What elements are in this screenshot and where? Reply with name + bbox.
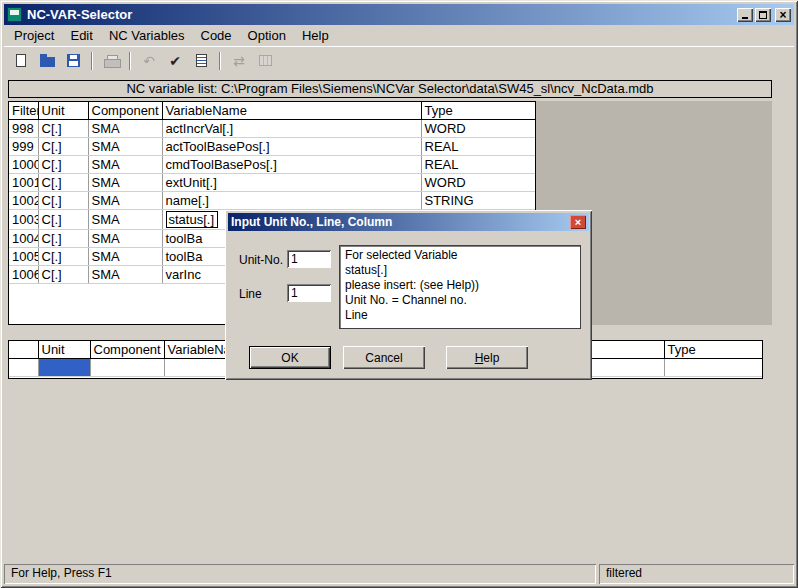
menu-nc-variables[interactable]: NC Variables — [101, 26, 193, 45]
maximize-button[interactable] — [755, 8, 771, 22]
status-bar: For Help, Press F1 filtered — [4, 564, 794, 584]
transfer-icon: ⇄ — [233, 54, 245, 68]
dialog-titlebar: Input Unit No., Line, Column × — [228, 213, 589, 231]
col-type: Type — [421, 102, 535, 120]
cell-variablename[interactable]: actToolBasePos[.] — [162, 138, 421, 156]
cell-component[interactable]: SMA — [88, 192, 162, 210]
cell-unit[interactable]: C[.] — [38, 120, 88, 138]
ok-button[interactable]: OK — [249, 346, 331, 369]
accept-button[interactable]: ✔ — [163, 50, 187, 72]
menu-project[interactable]: Project — [6, 26, 62, 45]
cell-filter[interactable]: 1006 — [9, 266, 38, 284]
unit-no-label: Unit-No. — [239, 253, 283, 267]
new-icon — [16, 54, 26, 67]
cell-unit[interactable]: C[.] — [38, 138, 88, 156]
cell-unit-selected[interactable] — [38, 359, 90, 377]
col-unit: Unit — [38, 341, 90, 359]
cell-unit[interactable]: C[.] — [38, 266, 88, 284]
print-button[interactable] — [99, 50, 123, 72]
filter-status: filtered — [599, 564, 794, 584]
cell-variablename[interactable]: actIncrVal[.] — [162, 120, 421, 138]
app-window: NC-VAR-Selector × Project Edit NC Variab… — [0, 0, 798, 588]
cell-filter[interactable]: 1003 — [9, 210, 38, 230]
cancel-button[interactable]: Cancel — [343, 346, 425, 369]
minimize-button[interactable] — [737, 8, 753, 22]
menu-code[interactable]: Code — [193, 26, 240, 45]
cell-component[interactable]: SMA — [88, 248, 162, 266]
help-button[interactable]: Help — [446, 346, 528, 369]
toolbar-separator — [91, 52, 93, 70]
cell-component[interactable]: SMA — [88, 230, 162, 248]
cell-filter[interactable]: 998 — [9, 120, 38, 138]
cell-type[interactable]: REAL — [421, 138, 535, 156]
info-line: status[.] — [345, 263, 575, 278]
accept-icon: ✔ — [169, 54, 181, 68]
cell-unit[interactable]: C[.] — [38, 192, 88, 210]
cell-component[interactable]: SMA — [88, 156, 162, 174]
table-row[interactable]: 999 C[.] SMA actToolBasePos[.] REAL — [9, 138, 535, 156]
app-icon[interactable] — [7, 7, 22, 22]
menu-option[interactable]: Option — [240, 26, 294, 45]
cell-component[interactable]: SMA — [88, 174, 162, 192]
list-button[interactable] — [189, 50, 213, 72]
undo-icon: ↶ — [143, 54, 155, 68]
main-table-header: Filter Unit Component VariableName Type — [9, 102, 535, 120]
cell-type[interactable] — [664, 359, 762, 377]
cell-filter[interactable]: 1001 — [9, 174, 38, 192]
cell-blank[interactable] — [9, 359, 38, 377]
open-button[interactable] — [35, 50, 59, 72]
cell-filter[interactable]: 999 — [9, 138, 38, 156]
col-component: Component — [90, 341, 164, 359]
cell-unit[interactable]: C[.] — [38, 156, 88, 174]
new-button[interactable] — [9, 50, 33, 72]
unit-no-input[interactable] — [287, 250, 331, 268]
cell-unit[interactable]: C[.] — [38, 248, 88, 266]
cell-type[interactable]: WORD — [421, 120, 535, 138]
open-icon — [40, 57, 55, 67]
cell-unit[interactable]: C[.] — [38, 174, 88, 192]
cell-filter[interactable]: 1005 — [9, 248, 38, 266]
cell-component[interactable]: SMA — [88, 266, 162, 284]
window-titlebar: NC-VAR-Selector × — [4, 4, 794, 25]
col-variablename: VariableName — [162, 102, 421, 120]
cell-component[interactable]: SMA — [88, 120, 162, 138]
save-button[interactable] — [61, 50, 85, 72]
col-component: Component — [88, 102, 162, 120]
transfer-button[interactable]: ⇄ — [227, 50, 251, 72]
cell-component[interactable]: SMA — [88, 210, 162, 230]
undo-button[interactable]: ↶ — [137, 50, 161, 72]
maximize-icon — [759, 11, 767, 19]
menu-edit[interactable]: Edit — [62, 26, 100, 45]
grid-button[interactable] — [253, 50, 277, 72]
table-row[interactable]: 998 C[.] SMA actIncrVal[.] WORD — [9, 120, 535, 138]
cell-unit[interactable]: C[.] — [38, 210, 88, 230]
cell-component[interactable]: SMA — [88, 138, 162, 156]
dialog-close-icon: × — [575, 217, 581, 228]
list-icon — [196, 54, 207, 67]
line-input[interactable] — [287, 284, 331, 302]
menu-help[interactable]: Help — [294, 26, 337, 45]
cell-unit[interactable]: C[.] — [38, 230, 88, 248]
cell-type[interactable]: REAL — [421, 156, 535, 174]
close-button[interactable]: × — [775, 8, 791, 22]
cell-filter[interactable]: 1004 — [9, 230, 38, 248]
cell-variablename[interactable]: name[.] — [162, 192, 421, 210]
toolbar-separator — [129, 52, 131, 70]
cell-variablename[interactable]: extUnit[.] — [162, 174, 421, 192]
table-row[interactable]: 1001 C[.] SMA extUnit[.] WORD — [9, 174, 535, 192]
focused-cell[interactable]: status[.] — [166, 211, 218, 228]
table-row[interactable]: 1002 C[.] SMA name[.] STRING — [9, 192, 535, 210]
cell-component[interactable] — [90, 359, 164, 377]
info-line: Line — [345, 308, 575, 323]
cell-type[interactable]: WORD — [421, 174, 535, 192]
input-unit-dialog: Input Unit No., Line, Column × Unit-No. … — [225, 210, 592, 380]
save-icon — [67, 54, 80, 67]
window-controls: × — [737, 8, 791, 22]
cell-filter[interactable]: 1002 — [9, 192, 38, 210]
cell-variablename[interactable]: cmdToolBasePos[.] — [162, 156, 421, 174]
dialog-close-button[interactable]: × — [570, 215, 586, 229]
menu-bar: Project Edit NC Variables Code Option He… — [4, 25, 794, 46]
table-row[interactable]: 1000 C[.] SMA cmdToolBasePos[.] REAL — [9, 156, 535, 174]
cell-type[interactable]: STRING — [421, 192, 535, 210]
cell-filter[interactable]: 1000 — [9, 156, 38, 174]
